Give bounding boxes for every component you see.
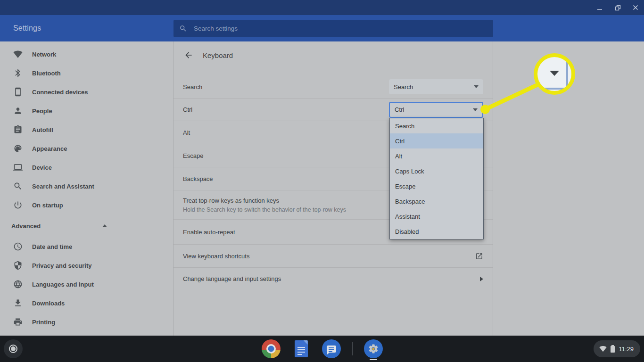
clock-icon bbox=[13, 242, 23, 251]
sidebar-item-connected-devices[interactable]: Connected devices bbox=[0, 82, 173, 101]
row-keyboard-shortcuts[interactable]: View keyboard shortcuts bbox=[173, 244, 493, 267]
settings-search-box[interactable] bbox=[173, 20, 493, 37]
shelf-app-docs[interactable] bbox=[292, 337, 311, 360]
window-titlebar bbox=[0, 0, 644, 15]
chrome-icon bbox=[262, 339, 281, 358]
docs-icon bbox=[295, 340, 308, 357]
sidebar-item-privacy-security[interactable]: Privacy and security bbox=[0, 256, 173, 275]
sidebar-item-people[interactable]: People bbox=[0, 101, 173, 120]
sidebar-item-date-time[interactable]: Date and time bbox=[0, 237, 173, 256]
menu-item-escape[interactable]: Escape bbox=[390, 179, 483, 194]
menu-item-assistant[interactable]: Assistant bbox=[390, 209, 483, 224]
settings-gear-icon bbox=[364, 339, 383, 358]
close-button[interactable] bbox=[632, 4, 639, 11]
search-icon bbox=[13, 181, 23, 191]
sidebar-item-appearance[interactable]: Appearance bbox=[0, 139, 173, 158]
menu-item-alt[interactable]: Alt bbox=[390, 148, 483, 164]
row-language-input[interactable]: Change language and input settings bbox=[173, 267, 493, 290]
sidebar-item-on-startup[interactable]: On startup bbox=[0, 196, 173, 214]
battery-icon bbox=[611, 346, 615, 353]
sidebar-advanced-toggle[interactable]: Advanced bbox=[0, 214, 173, 237]
globe-icon bbox=[13, 280, 23, 289]
search-input[interactable] bbox=[194, 25, 477, 32]
palette-icon bbox=[13, 144, 23, 153]
bluetooth-icon bbox=[13, 68, 23, 78]
dropdown-arrow-icon bbox=[473, 108, 478, 111]
external-link-icon bbox=[475, 252, 483, 260]
person-icon bbox=[13, 106, 23, 115]
clock-time: 11:29 bbox=[619, 346, 634, 353]
sidebar-item-printing[interactable]: Printing bbox=[0, 313, 173, 331]
shield-icon bbox=[13, 261, 23, 270]
wifi-icon bbox=[599, 345, 607, 353]
shelf-app-chrome[interactable] bbox=[262, 337, 281, 360]
search-icon bbox=[179, 25, 187, 33]
sidebar-item-downloads[interactable]: Downloads bbox=[0, 294, 173, 313]
menu-item-disabled[interactable]: Disabled bbox=[390, 224, 483, 239]
page-title: Settings bbox=[13, 15, 41, 41]
ctrl-key-dropdown-menu: Search Ctrl Alt Caps Lock Escape Backspa… bbox=[389, 118, 484, 239]
chevron-right-icon bbox=[480, 277, 483, 281]
printer-icon bbox=[13, 317, 23, 327]
ctrl-key-select[interactable]: Ctrl bbox=[389, 102, 483, 118]
status-tray[interactable]: 11:29 bbox=[594, 340, 640, 357]
minimize-button[interactable] bbox=[596, 4, 603, 11]
menu-item-ctrl[interactable]: Ctrl bbox=[390, 133, 483, 148]
active-app-indicator bbox=[370, 359, 377, 360]
shelf-app-messages[interactable] bbox=[322, 337, 341, 360]
menu-item-search[interactable]: Search bbox=[390, 118, 483, 133]
settings-main: Network Bluetooth Connected devices Peop… bbox=[0, 41, 644, 336]
phone-icon bbox=[13, 87, 23, 97]
sidebar-item-bluetooth[interactable]: Bluetooth bbox=[0, 64, 173, 82]
sidebar-item-languages-input[interactable]: Languages and input bbox=[0, 275, 173, 294]
shelf-app-settings[interactable] bbox=[364, 337, 383, 360]
shelf-apps bbox=[0, 336, 644, 362]
messages-icon bbox=[322, 339, 341, 358]
subpage-header: Keyboard bbox=[173, 41, 493, 75]
sidebar-item-search-assistant[interactable]: Search and Assistant bbox=[0, 177, 173, 196]
shelf-separator bbox=[352, 342, 353, 355]
settings-sidebar: Network Bluetooth Connected devices Peop… bbox=[0, 41, 173, 336]
row-search-key: Search Search bbox=[173, 75, 493, 98]
window-controls bbox=[596, 0, 639, 15]
power-icon bbox=[13, 200, 23, 210]
subpage-title: Keyboard bbox=[203, 51, 233, 59]
shelf: 11:29 bbox=[0, 336, 644, 362]
chevron-up-icon bbox=[102, 224, 107, 227]
row-ctrl-key: Ctrl Ctrl bbox=[173, 98, 493, 121]
laptop-icon bbox=[13, 163, 23, 172]
back-arrow-icon[interactable] bbox=[183, 49, 194, 61]
dropdown-arrow-icon bbox=[474, 85, 479, 88]
restore-button[interactable] bbox=[614, 4, 621, 11]
sidebar-item-network[interactable]: Network bbox=[0, 45, 173, 64]
sidebar-item-autofill[interactable]: Autofill bbox=[0, 120, 173, 139]
wifi-icon bbox=[13, 49, 23, 59]
sidebar-item-device[interactable]: Device bbox=[0, 158, 173, 177]
download-icon bbox=[13, 298, 23, 308]
menu-item-backspace[interactable]: Backspace bbox=[390, 194, 483, 209]
settings-header: Settings bbox=[0, 15, 644, 41]
menu-item-caps-lock[interactable]: Caps Lock bbox=[390, 164, 483, 179]
chromeos-screen: Settings Network Bluetooth bbox=[0, 0, 644, 362]
clipboard-icon bbox=[13, 125, 23, 134]
search-key-select[interactable]: Search bbox=[389, 79, 483, 94]
